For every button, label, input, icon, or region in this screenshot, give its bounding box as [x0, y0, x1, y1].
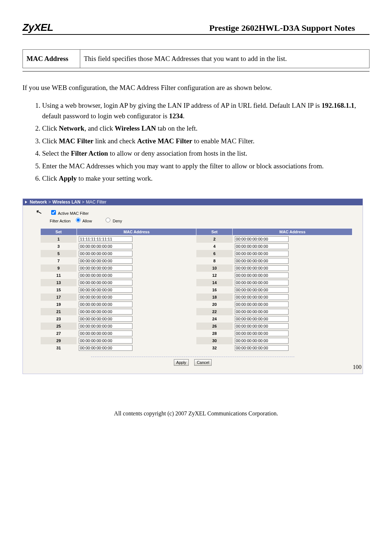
set-index: 8: [196, 257, 233, 264]
step-item: Enter the MAC Addresses which you may wa…: [42, 161, 369, 172]
step-item: Using a web browser, login AP by giving …: [42, 100, 369, 121]
step-item: Click MAC Filter link and check Active M…: [42, 136, 369, 147]
set-index: 28: [196, 330, 233, 337]
col-mac: MAC Address: [77, 228, 196, 235]
separator-line: [91, 357, 294, 357]
summary-label: MAC Address: [23, 50, 80, 68]
mac-filter-panel: Network > Wireless LAN > MAC Filter ↖ Ac…: [23, 198, 363, 374]
crumb-level1: Network: [30, 200, 47, 205]
mac-address-table: Set MAC Address Set MAC Address 12345678…: [40, 228, 352, 352]
document-title: Prestige 2602HWL-D3A Support Notes: [209, 23, 369, 33]
steps-list: Using a web browser, login AP by giving …: [35, 100, 369, 184]
mac-address-input[interactable]: [79, 331, 132, 336]
mac-address-input[interactable]: [235, 243, 289, 249]
col-set: Set: [196, 228, 233, 235]
set-index: 25: [41, 323, 77, 330]
mac-address-input[interactable]: [79, 265, 132, 271]
active-mac-filter-checkbox[interactable]: [51, 210, 56, 215]
table-row: 2930: [41, 337, 352, 344]
mac-address-input[interactable]: [79, 309, 132, 315]
set-index: 3: [41, 243, 77, 250]
cancel-button[interactable]: Cancel: [194, 359, 212, 366]
set-index: 20: [196, 301, 233, 308]
brand-logo: ZyXEL: [23, 22, 53, 33]
table-row: 2122: [41, 308, 352, 315]
mac-address-input[interactable]: [235, 316, 289, 322]
page-header: ZyXEL Prestige 2602HWL-D3A Support Notes: [23, 22, 369, 35]
active-mac-filter-option[interactable]: Active MAC Filter: [50, 211, 89, 216]
crumb-level3: MAC Filter: [86, 200, 107, 205]
set-index: 5: [41, 250, 77, 257]
mac-address-input[interactable]: [235, 265, 289, 271]
apply-button[interactable]: Apply: [174, 359, 189, 366]
mac-address-input[interactable]: [79, 251, 132, 257]
arrow-right-icon: [25, 201, 27, 204]
set-index: 17: [41, 294, 77, 301]
table-row: 3132: [41, 344, 352, 352]
mac-address-input[interactable]: [235, 331, 289, 336]
set-index: 4: [196, 243, 233, 250]
col-mac: MAC Address: [233, 228, 352, 235]
field-summary-table: MAC Address This field specifies those M…: [23, 49, 369, 68]
mac-address-input[interactable]: [235, 251, 289, 257]
mac-address-input[interactable]: [79, 287, 132, 293]
mac-address-input[interactable]: [79, 272, 132, 278]
mac-address-input[interactable]: [79, 323, 132, 329]
table-row: 56: [41, 250, 352, 257]
table-row: 1718: [41, 294, 352, 301]
filter-action-deny-option[interactable]: Deny: [104, 219, 122, 223]
mac-address-input[interactable]: [79, 236, 132, 242]
set-index: 30: [196, 337, 233, 344]
step-item: Select the Filter Action to allow or den…: [42, 148, 369, 159]
table-row: 2526: [41, 323, 352, 330]
mac-address-input[interactable]: [235, 272, 289, 278]
mac-address-input[interactable]: [235, 280, 289, 286]
set-index: 12: [196, 272, 233, 279]
mac-address-input[interactable]: [79, 258, 132, 264]
filter-action-deny-radio[interactable]: [106, 218, 110, 222]
mac-address-input[interactable]: [79, 338, 132, 344]
active-mac-filter-label: Active MAC Filter: [58, 211, 89, 216]
mac-address-input[interactable]: [235, 345, 289, 351]
table-row: 12: [41, 235, 352, 243]
set-index: 31: [41, 344, 77, 352]
table-row: 1516: [41, 286, 352, 294]
table-row: 2324: [41, 315, 352, 323]
mac-address-input[interactable]: [79, 294, 132, 300]
mac-address-input[interactable]: [79, 345, 132, 351]
mac-address-input[interactable]: [235, 258, 289, 264]
set-index: 6: [196, 250, 233, 257]
horizontal-rule: [23, 71, 369, 71]
mac-address-input[interactable]: [79, 301, 132, 307]
set-index: 11: [41, 272, 77, 279]
set-index: 32: [196, 344, 233, 352]
mac-address-input[interactable]: [235, 236, 289, 242]
set-index: 15: [41, 286, 77, 294]
mac-address-input[interactable]: [235, 309, 289, 315]
step-item: Click Apply to make your setting work.: [42, 173, 369, 184]
filter-action-allow-option[interactable]: Allow: [74, 219, 93, 223]
crumb-sep: >: [82, 200, 85, 205]
set-index: 9: [41, 264, 77, 272]
table-row: 910: [41, 264, 352, 272]
set-index: 19: [41, 301, 77, 308]
mac-address-input[interactable]: [235, 338, 289, 344]
step-item: Click Network, and click Wireless LAN ta…: [42, 123, 369, 134]
mac-address-input[interactable]: [79, 243, 132, 249]
summary-desc: This field specifies those MAC Addresses…: [80, 50, 369, 68]
breadcrumb: Network > Wireless LAN > MAC Filter: [23, 199, 363, 205]
set-index: 7: [41, 257, 77, 264]
set-index: 29: [41, 337, 77, 344]
mac-address-input[interactable]: [79, 316, 132, 322]
mac-address-input[interactable]: [235, 323, 289, 329]
crumb-level2: Wireless LAN: [52, 200, 80, 205]
mac-address-input[interactable]: [235, 301, 289, 307]
crumb-sep: >: [48, 200, 51, 205]
set-index: 27: [41, 330, 77, 337]
mac-address-input[interactable]: [235, 294, 289, 300]
cursor-icon: ↖: [35, 207, 43, 217]
mac-address-input[interactable]: [235, 287, 289, 293]
set-index: 16: [196, 286, 233, 294]
filter-action-allow-radio[interactable]: [76, 218, 81, 222]
mac-address-input[interactable]: [79, 280, 132, 286]
